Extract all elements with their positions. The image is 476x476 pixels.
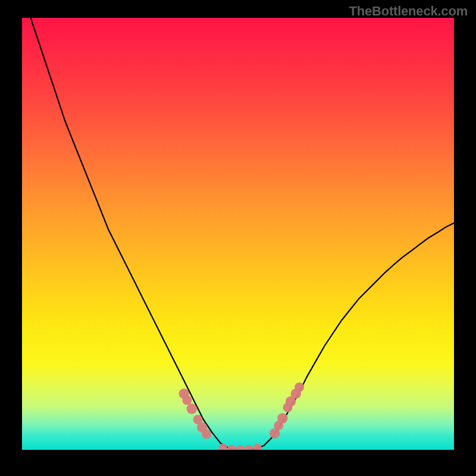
watermark-text: TheBottleneck.com (349, 4, 468, 19)
valley-marker-1 (227, 445, 236, 450)
right-marker-2 (277, 413, 287, 423)
left-marker-2 (187, 403, 197, 414)
valley-marker-4 (253, 444, 262, 450)
marker-group (179, 383, 305, 450)
chart-frame: TheBottleneck.com (0, 0, 476, 476)
valley-marker-3 (245, 445, 253, 450)
plot-area (22, 18, 454, 450)
left-marker-5 (202, 430, 211, 439)
right-marker-6 (295, 383, 304, 392)
valley-marker-2 (236, 445, 245, 450)
curve-line (31, 18, 454, 450)
left-marker-1 (182, 396, 192, 405)
chart-svg (22, 18, 454, 450)
valley-marker-0 (218, 444, 227, 450)
